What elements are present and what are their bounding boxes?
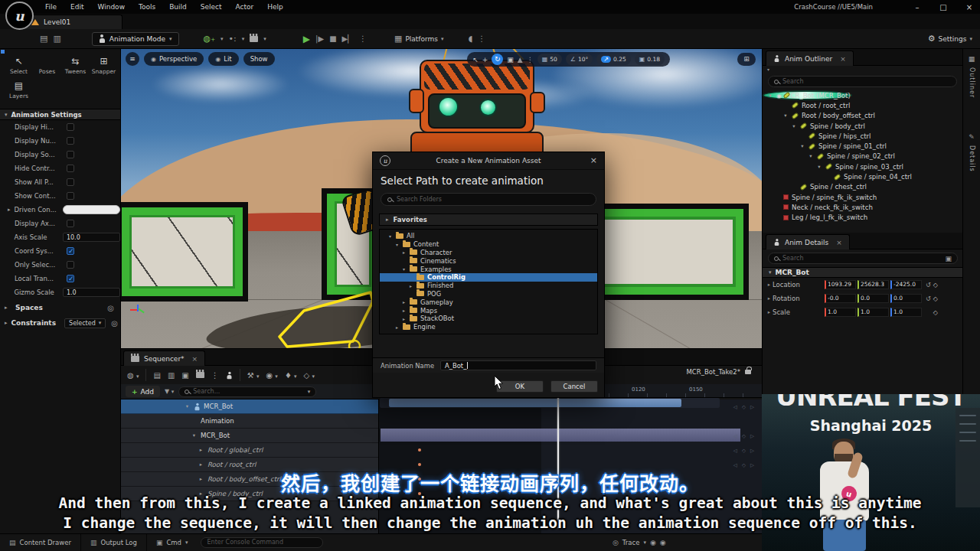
view-mode-dropdown[interactable]: ◉ Lit xyxy=(208,52,238,66)
outliner-side-tab[interactable]: Outliner xyxy=(969,67,975,98)
advance-button[interactable]: ▶▏ xyxy=(342,34,354,43)
checkbox[interactable] xyxy=(67,151,74,158)
folder-row[interactable]: POG xyxy=(380,290,597,298)
keyframe-diamond-icon[interactable]: ◇ xyxy=(933,295,938,302)
expander-arrow[interactable]: ▸ xyxy=(8,207,14,213)
menu-item[interactable]: File xyxy=(38,2,64,12)
scale-snap-control[interactable]: ↗ 0.25 xyxy=(596,54,630,65)
checkbox[interactable] xyxy=(67,192,74,200)
trace-dropdown[interactable]: ◎ Trace ▾ ◉ ◉ xyxy=(612,539,666,546)
control-tree-row[interactable]: Spine / hips_ctrl xyxy=(763,131,962,141)
add-track-button[interactable]: + Add xyxy=(126,386,160,397)
blueprints-icon[interactable]: •: xyxy=(229,34,237,44)
checkbox[interactable] xyxy=(67,137,74,145)
folder-row[interactable]: ▾ All xyxy=(380,232,597,240)
expander-arrow[interactable]: ▸ xyxy=(766,295,773,302)
outliner-icon[interactable]: ▦ xyxy=(969,55,975,63)
expander-arrow[interactable]: ▾ xyxy=(782,112,789,119)
folder-row[interactable]: Cinematics xyxy=(380,256,597,265)
details-section-header[interactable]: ▾ MCR_Bot xyxy=(763,267,963,278)
reset-to-default-icon[interactable]: ↺ xyxy=(926,282,931,289)
expander-arrow[interactable]: ▾ xyxy=(799,143,805,149)
cinematics-icon[interactable] xyxy=(250,36,258,42)
output-log-button[interactable]: ▥ Output Log xyxy=(81,534,147,551)
track-row[interactable]: ▾ MCR_Bot xyxy=(121,429,378,443)
perspective-dropdown[interactable]: ◉ Perspective xyxy=(144,52,204,66)
stop-button[interactable]: ■ xyxy=(329,34,336,43)
control-tree-row[interactable]: Root / root_ctrl xyxy=(763,100,962,110)
control-tree-row[interactable]: ▾ Spine / spine_02_ctrl xyxy=(763,152,962,161)
save-icon[interactable]: ▤ xyxy=(40,34,47,44)
expander-arrow[interactable]: ▸ xyxy=(198,447,204,453)
frame-skip-button[interactable]: |▶ xyxy=(315,34,324,43)
minimize-button[interactable]: – xyxy=(913,3,922,11)
menu-item[interactable]: Tools xyxy=(132,2,162,12)
select-tool-icon[interactable]: ↖ xyxy=(472,56,479,64)
rotation-snap-control[interactable]: ∠ 10° xyxy=(566,54,593,65)
folder-row[interactable]: ▸ Character xyxy=(380,249,597,257)
console-input[interactable]: Enter Console Command xyxy=(201,537,323,548)
content-drawer-button[interactable]: ▤ Content Drawer xyxy=(0,534,81,551)
expander-arrow[interactable]: ▾ xyxy=(387,233,393,239)
menu-item[interactable]: Actor xyxy=(229,2,261,12)
move-tool-icon[interactable]: + xyxy=(482,56,488,64)
close-icon[interactable]: × xyxy=(192,355,198,363)
spaces-row[interactable]: ▸ Spaces ◎ xyxy=(0,301,120,315)
pencil-icon[interactable]: ✎ xyxy=(969,133,975,141)
expander-arrow[interactable]: ▾ xyxy=(791,123,797,129)
y-value-input[interactable]: 25628.3 xyxy=(858,280,889,289)
x-value-input[interactable]: 1093.29 xyxy=(825,280,856,289)
z-value-input[interactable]: 1.0 xyxy=(890,308,922,317)
settings-dropdown[interactable]: ⚙ Settings ▾ xyxy=(928,34,972,44)
keyframe-nav-icons[interactable]: ◁ ◇ ▷ xyxy=(733,462,756,468)
target-icon[interactable]: ◎ xyxy=(111,319,118,328)
folder-search-field[interactable]: Search Folders xyxy=(381,193,596,206)
expander-arrow[interactable]: ▸ xyxy=(198,461,204,468)
keyframe-diamond-icon[interactable]: ◇ xyxy=(933,309,938,316)
show-dropdown[interactable]: Show xyxy=(243,52,275,66)
expander-arrow[interactable]: ▾ xyxy=(767,93,773,99)
details-search-field[interactable]: Search ▣ xyxy=(768,253,958,264)
folder-row[interactable]: ▸ Finished xyxy=(380,282,597,290)
keyframe-nav-icons[interactable]: ◁ ◇ ▷ xyxy=(733,433,756,439)
expander-arrow[interactable]: ▸ xyxy=(401,249,407,255)
platforms-dropdown[interactable]: ▦ Platforms ▾ xyxy=(394,34,444,44)
control-tree-row[interactable]: ▾ Root / body_offset_ctrl xyxy=(763,111,962,121)
dialog-title-bar[interactable]: u Create a New Animation Asset × xyxy=(373,152,604,170)
details-side-tab[interactable]: Details xyxy=(969,145,975,172)
folder-row[interactable]: ▾ Content xyxy=(380,240,597,249)
tool-button[interactable]: Snapper xyxy=(90,55,118,75)
track-row[interactable]: ▾ MCR_Bot xyxy=(121,399,378,414)
expander-arrow[interactable]: ▸ xyxy=(394,324,400,330)
expander-arrow[interactable]: ▾ xyxy=(401,266,407,272)
folder-row[interactable]: ▸ StackOBot xyxy=(380,315,597,323)
sequencer-search-field[interactable]: Search... ▾ xyxy=(178,386,316,397)
camera-icon[interactable]: ▣ xyxy=(181,371,188,380)
close-icon[interactable]: × xyxy=(836,239,842,246)
y-value-input[interactable]: 1.0 xyxy=(858,308,889,317)
x-value-input[interactable]: -0.0 xyxy=(825,294,856,303)
keyframe-dot[interactable] xyxy=(418,448,421,452)
expander-arrow[interactable]: ▸ xyxy=(401,299,407,305)
folder-row[interactable]: ▾ Examples xyxy=(380,265,597,273)
grid-snap-control[interactable]: ▦ 50 xyxy=(537,54,562,65)
track-row[interactable]: ▸ Root / global_ctrl xyxy=(121,443,378,458)
checkbox[interactable] xyxy=(67,220,74,227)
expander-arrow[interactable]: ▾ xyxy=(808,153,814,159)
expander-arrow[interactable]: ▸ xyxy=(5,305,11,311)
expander-arrow[interactable]: ▸ xyxy=(766,309,773,315)
save-sequence-icon[interactable]: ▤ xyxy=(153,371,160,380)
tool-button[interactable]: Tweens xyxy=(61,55,90,75)
level-tab[interactable]: Level01 xyxy=(23,15,122,29)
control-tree-row[interactable]: Spine / spine_04_ctrl xyxy=(763,171,962,181)
checkbox[interactable] xyxy=(67,123,74,131)
keyframe-diamond-icon[interactable]: ◇ xyxy=(933,282,938,289)
cancel-button[interactable]: Cancel xyxy=(550,380,598,393)
folder-row[interactable]: ControlRig xyxy=(380,273,597,282)
filter-icon[interactable]: ▼ ▾ xyxy=(165,388,174,395)
close-button[interactable]: × xyxy=(965,3,974,11)
expander-arrow[interactable]: ▾ xyxy=(184,403,191,409)
expander-arrow[interactable]: ▸ xyxy=(766,282,773,288)
control-tree-row[interactable]: Spine / spine_fk_ik_switch xyxy=(763,192,962,202)
folder-row[interactable]: ▸ Maps xyxy=(380,306,597,315)
